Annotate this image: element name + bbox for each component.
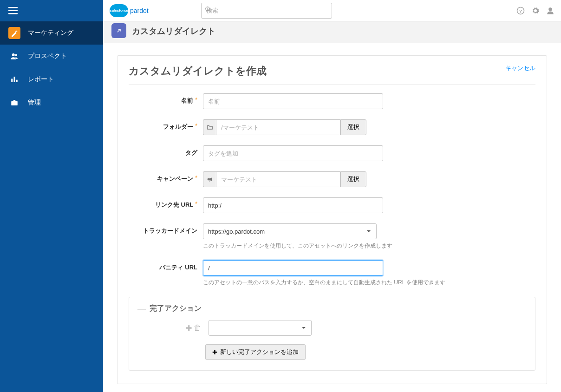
add-action-button[interactable]: ✚ 新しい完了アクションを追加 — [205, 344, 306, 360]
salesforce-cloud-icon: salesforce — [110, 4, 128, 17]
dest-url-label: リンク先 URL — [129, 197, 203, 209]
sidebar-item-label: レポート — [28, 75, 54, 84]
search-input[interactable] — [201, 3, 332, 19]
hamburger-icon — [8, 7, 18, 14]
trash-icon[interactable]: 🗑 — [194, 324, 201, 333]
wand-icon — [8, 27, 20, 39]
tag-label: タグ — [129, 145, 203, 157]
tracker-helper: このトラッカードメインを使用して、このアセットへのリンクを作成します — [203, 242, 392, 250]
campaign-select-button[interactable]: 選択 — [340, 171, 366, 187]
product-name: pardot — [130, 7, 149, 14]
plus-icon[interactable]: ✚ — [186, 324, 192, 333]
folder-input[interactable] — [216, 119, 340, 135]
sidebar-item-marketing[interactable]: マーケティング — [0, 21, 103, 45]
campaign-label: キャンペーン — [129, 171, 203, 183]
svg-rect-8 — [11, 101, 18, 105]
briefcase-icon — [8, 97, 20, 109]
svg-text:?: ? — [519, 8, 522, 13]
page-header-strip: カスタムリダイレクト — [103, 21, 561, 43]
svg-rect-7 — [16, 80, 18, 82]
sidebar-item-report[interactable]: レポート — [0, 68, 103, 91]
name-label: 名前 — [129, 93, 203, 105]
strip-title: カスタムリダイレクト — [132, 26, 215, 37]
sidebar-item-admin[interactable]: 管理 — [0, 91, 103, 114]
section-title: 完了アクション — [150, 304, 202, 314]
svg-point-4 — [15, 54, 18, 57]
dest-url-input[interactable] — [203, 197, 383, 213]
vanity-label: バニティ URL — [129, 260, 203, 272]
megaphone-icon — [203, 171, 216, 187]
plus-icon: ✚ — [212, 349, 217, 356]
gear-icon[interactable] — [531, 7, 540, 15]
completion-action-section: —完了アクション ✚ 🗑 ✚ 新しい完了アクションを追加 — [129, 297, 535, 371]
tag-input[interactable] — [203, 145, 383, 161]
svg-line-10 — [209, 10, 211, 12]
action-select[interactable] — [209, 320, 312, 336]
name-input[interactable] — [203, 93, 383, 109]
svg-point-3 — [12, 53, 15, 56]
svg-rect-6 — [14, 77, 15, 82]
logo: salesforce pardot — [110, 4, 149, 17]
page-title: カスタムリダイレクトを作成 — [129, 64, 267, 78]
vanity-helper: このアセットの一意のパスを入力するか、空白のままにして自動生成された URL を… — [203, 279, 445, 287]
tracker-label: トラッカードメイン — [129, 223, 203, 235]
campaign-input[interactable] — [216, 171, 340, 187]
svg-rect-0 — [8, 7, 18, 8]
svg-point-9 — [206, 7, 209, 10]
svg-rect-5 — [11, 79, 13, 83]
sidebar: マーケティング プロスペクト レポート 管理 — [0, 0, 103, 392]
search-icon — [205, 6, 211, 14]
svg-point-13 — [548, 7, 552, 11]
users-icon — [8, 50, 20, 62]
hamburger-menu[interactable] — [0, 0, 103, 21]
tracker-select[interactable]: https://go.pardot.com — [203, 223, 377, 239]
cancel-link[interactable]: キャンセル — [505, 64, 535, 72]
chart-icon — [8, 73, 20, 85]
topbar: salesforce pardot ? — [103, 0, 561, 21]
vanity-input[interactable] — [203, 260, 383, 276]
help-icon[interactable]: ? — [516, 7, 525, 15]
sidebar-item-label: 管理 — [28, 98, 41, 107]
svg-rect-2 — [8, 13, 18, 14]
folder-label: フォルダー — [129, 119, 203, 131]
form-card: カスタムリダイレクトを作成 キャンセル 名前 フォルダー — [117, 55, 547, 384]
folder-select-button[interactable]: 選択 — [340, 119, 366, 135]
sidebar-item-label: プロスペクト — [28, 52, 67, 60]
sidebar-item-label: マーケティング — [28, 29, 73, 37]
redirect-badge-icon — [111, 23, 126, 38]
folder-icon — [203, 119, 216, 135]
collapse-icon[interactable]: — — [137, 304, 146, 314]
sidebar-item-prospect[interactable]: プロスペクト — [0, 45, 103, 68]
svg-rect-1 — [8, 10, 18, 12]
user-icon[interactable] — [546, 7, 554, 15]
